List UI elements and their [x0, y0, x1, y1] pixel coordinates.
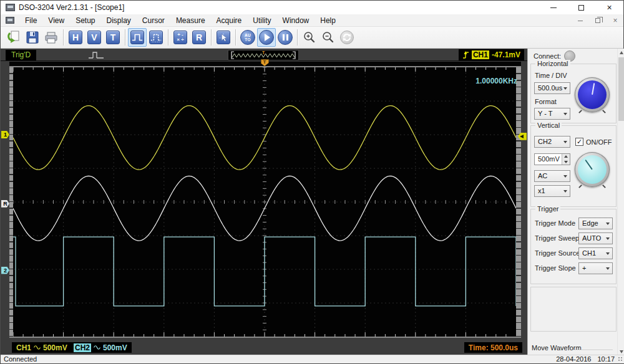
toolbar-separator: [125, 29, 125, 46]
maximize-button[interactable]: [567, 1, 595, 14]
scope-graticule: [9, 66, 521, 338]
format-select[interactable]: Y - T: [534, 108, 570, 120]
scrollbar-up-button[interactable]: [618, 49, 624, 57]
vertical-setup-button[interactable]: V: [85, 28, 104, 47]
math-button[interactable]: + - × ÷: [171, 28, 190, 47]
menu-acquire[interactable]: Acquire: [211, 14, 248, 27]
status-bar: Connected 28-04-2016 10:17: [1, 355, 624, 363]
toolbar: H V T + - × ÷ R: [1, 27, 623, 49]
chevron-down-icon: [606, 237, 610, 240]
menu-view[interactable]: View: [42, 14, 70, 27]
menu-measure[interactable]: Measure: [170, 14, 211, 27]
volts-div-value: 500mV: [538, 155, 560, 163]
horizontal-setup-button[interactable]: H: [66, 28, 85, 47]
chevron-down-icon: [606, 267, 610, 270]
scrollbar-thumb[interactable]: [618, 57, 624, 121]
menu-display[interactable]: Display: [101, 14, 137, 27]
mdi-minimize-icon: [578, 21, 583, 21]
minimize-button[interactable]: [539, 1, 567, 14]
status-date: 28-04-2016: [556, 355, 591, 363]
ch2-position-marker[interactable]: 2: [1, 267, 9, 274]
pulse-trigger-button[interactable]: [147, 28, 165, 47]
scope-document-icon: [6, 17, 14, 24]
menu-utility[interactable]: Utility: [247, 14, 276, 27]
ch2-scale-readout: CH2 500mV: [69, 342, 132, 353]
mdi-close-icon: ×: [613, 16, 617, 25]
format-value: Y - T: [538, 110, 552, 117]
move-waveform-row: Move Waveform: [532, 344, 622, 352]
edge-trigger-button[interactable]: [128, 28, 147, 47]
maximize-icon: [578, 5, 584, 11]
trigger-setup-button[interactable]: T: [104, 28, 122, 47]
trigger-source-select[interactable]: CH1: [578, 247, 613, 259]
pulse-indicator-icon: [88, 51, 104, 59]
volts-div-knob[interactable]: [575, 152, 610, 187]
toolbar-separator: [297, 29, 298, 46]
waveform-overview-bar[interactable]: T: [228, 50, 299, 60]
app-icon: [6, 4, 15, 11]
resize-grip[interactable]: [618, 357, 623, 362]
connection-status: Connected: [4, 355, 37, 363]
mdi-minimize-button[interactable]: [576, 16, 585, 25]
zoom-out-icon: [321, 31, 335, 44]
close-button[interactable]: ×: [595, 1, 623, 14]
mdi-restore-button[interactable]: [593, 16, 602, 25]
time-div-value: 500.0us: [538, 84, 562, 92]
menu-setup[interactable]: Setup: [70, 14, 100, 27]
title-bar: DSO-3204 Ver2.1.31 - [Scope1] ×: [1, 1, 623, 14]
waveform-overview-icon: T: [228, 50, 298, 60]
save-button[interactable]: [23, 28, 42, 47]
run-button[interactable]: [257, 28, 276, 47]
svg-text:T: T: [262, 50, 265, 55]
spinner-up-button[interactable]: [562, 154, 570, 160]
probe-select[interactable]: x1: [534, 185, 570, 197]
autoset-button[interactable]: AU TO: [238, 28, 257, 47]
volts-div-spinner[interactable]: 500mV: [534, 153, 570, 165]
pause-icon: [278, 30, 293, 45]
channel-select[interactable]: CH2: [534, 136, 570, 148]
move-waveform-slider[interactable]: [573, 350, 613, 351]
trigger-mode-select[interactable]: Edge: [578, 218, 613, 229]
time-div-knob[interactable]: [575, 77, 610, 112]
frequency-readout: 1.00000KHz: [475, 77, 517, 85]
menu-window[interactable]: Window: [277, 14, 315, 27]
channel-onoff-checkbox[interactable]: ✓: [575, 138, 583, 146]
trigger-group-title: Trigger: [535, 205, 560, 213]
checkmark-icon: ✓: [577, 138, 582, 145]
ref-position-marker[interactable]: R: [1, 200, 9, 208]
vertical-group: Vertical CH2 ✓ ON/OFF 500mV AC: [530, 125, 617, 207]
panel-scrollbar[interactable]: [617, 49, 624, 356]
oscilloscope-display-area: Trig'D T CH1 -47.1mV: [1, 49, 527, 356]
ch1-position-marker[interactable]: 1: [1, 131, 9, 138]
time-div-select[interactable]: 500.0us: [534, 82, 570, 94]
reference-button[interactable]: R: [190, 28, 208, 47]
pause-button[interactable]: [276, 28, 295, 47]
print-button[interactable]: [42, 28, 61, 47]
trigger-sweep-select[interactable]: AUTO: [578, 232, 613, 244]
mdi-close-button[interactable]: ×: [611, 16, 620, 25]
open-button[interactable]: [4, 28, 23, 47]
toolbar-separator: [211, 29, 212, 46]
trigger-slope-select[interactable]: +: [578, 262, 613, 274]
menu-help[interactable]: Help: [314, 14, 341, 27]
trigger-source-label: Trigger Source: [535, 249, 580, 257]
coupling-select[interactable]: AC: [534, 170, 570, 182]
zoom-out-button[interactable]: [319, 28, 338, 47]
spinner-down-button[interactable]: [562, 160, 570, 165]
up-arrow-icon: [564, 155, 568, 158]
mdi-restore-icon: [595, 18, 600, 23]
window-title: DSO-3204 Ver2.1.31 - [Scope1]: [19, 3, 124, 12]
play-icon: [259, 30, 274, 45]
cursor-arrow-icon: [217, 31, 230, 44]
ac-coupling-icon: [34, 345, 41, 350]
menu-file[interactable]: File: [19, 14, 42, 27]
cursor-measure-button[interactable]: [214, 28, 233, 47]
self-calibration-button[interactable]: [338, 28, 356, 47]
control-panel: Connect: Horizontal Time / DIV 500.0us F…: [527, 49, 624, 356]
empty-group: [530, 287, 617, 332]
chevron-down-icon: [563, 113, 567, 115]
zoom-in-button[interactable]: [300, 28, 319, 47]
menu-cursor[interactable]: Cursor: [137, 14, 170, 27]
toolbar-separator: [235, 29, 236, 46]
save-icon: [26, 31, 39, 44]
